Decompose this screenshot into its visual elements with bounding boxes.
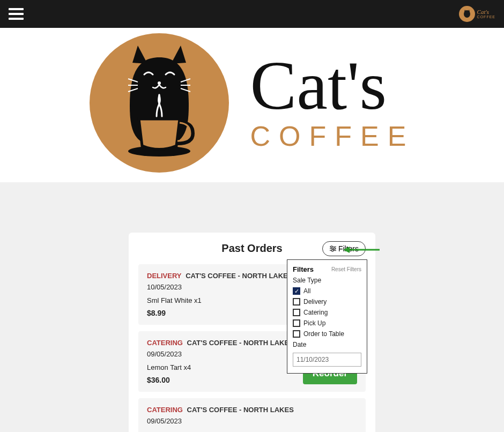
sliders-icon: [329, 245, 337, 252]
order-type: CATERING: [147, 339, 183, 347]
cat-large-icon: [106, 41, 213, 159]
top-bar: Cat's COFFEE: [0, 0, 504, 28]
order-type: CATERING: [147, 406, 183, 414]
menu-icon[interactable]: [9, 8, 24, 20]
checkbox-icon: [293, 319, 300, 327]
svg-point-12: [333, 248, 335, 249]
brand-sub-large: COFFEE: [250, 120, 415, 152]
order-type: DELIVERY: [147, 272, 182, 280]
cat-icon: [462, 9, 472, 19]
arrow-annotation-icon: [343, 245, 381, 254]
scroll-area[interactable]: Cat's COFFEE Past Orders Filters: [0, 28, 504, 432]
filter-option-label: Catering: [303, 309, 328, 316]
filter-option-label: Order to Table: [303, 330, 344, 338]
svg-point-14: [331, 250, 333, 251]
checkbox-icon: [293, 330, 300, 338]
order-date: 09/05/2023: [147, 417, 357, 425]
reset-filters-link[interactable]: Reset Filters: [331, 266, 361, 272]
order-store: CAT'S COFFEE - NORTH LAKES: [187, 339, 294, 347]
filter-option-label: Pick Up: [303, 319, 325, 327]
content-background: Past Orders Filters Filters: [0, 182, 504, 432]
brand-name-large: Cat's: [250, 54, 415, 117]
filter-option-catering[interactable]: Catering: [293, 309, 361, 316]
filter-option-label: Delivery: [303, 298, 327, 306]
filter-option-delivery[interactable]: Delivery: [293, 298, 361, 306]
hero-banner: Cat's COFFEE: [0, 28, 504, 182]
filter-option-order-to-table[interactable]: Order to Table: [293, 330, 361, 338]
order-store: CAT'S COFFEE - NORTH LAKES: [186, 272, 292, 280]
topbar-logo[interactable]: Cat's COFFEE: [459, 6, 495, 22]
brand-sub-small: COFFEE: [477, 15, 495, 19]
brand-name-small: Cat's: [477, 9, 495, 15]
page-title: Past Orders: [221, 242, 282, 255]
svg-point-10: [331, 246, 332, 248]
checkbox-icon: [293, 298, 300, 306]
filters-popover: Filters Reset Filters Sale Type All Deli…: [287, 259, 367, 374]
past-orders-card: Past Orders Filters Filters: [129, 233, 375, 432]
order-store: CAT'S COFFEE - NORTH LAKES: [187, 406, 294, 414]
filter-option-pickup[interactable]: Pick Up: [293, 319, 361, 327]
filter-option-label: All: [303, 287, 310, 295]
hero-logo-circle: [90, 33, 229, 173]
date-label: Date: [293, 341, 361, 348]
filters-popover-title: Filters: [293, 265, 314, 273]
order-card: CATERING CAT'S COFFEE - NORTH LAKES 09/0…: [138, 398, 366, 432]
date-input[interactable]: [293, 353, 361, 367]
checkbox-icon: [293, 287, 300, 295]
sale-type-label: Sale Type: [293, 277, 361, 284]
svg-marker-16: [343, 247, 350, 253]
checkbox-icon: [293, 309, 300, 316]
filter-option-all[interactable]: All: [293, 287, 361, 295]
